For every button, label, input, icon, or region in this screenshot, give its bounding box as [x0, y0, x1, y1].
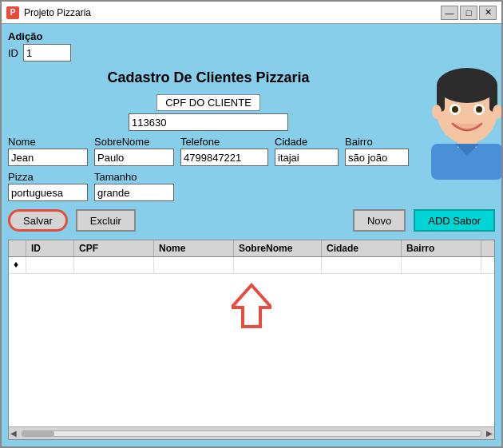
top-section: Adição ID Cadastro De Clientes Pizzaria …	[8, 30, 495, 201]
app-icon: P	[6, 6, 19, 19]
tamanho-input[interactable]	[94, 184, 174, 201]
sobrenome-group: SobreNome	[94, 136, 174, 166]
sobrenome-label: SobreNome	[94, 136, 174, 148]
tamanho-group: Tamanho	[94, 171, 174, 201]
col-header-cpf: CPF	[74, 240, 154, 256]
addicao-label: Adição	[8, 30, 409, 42]
id-label: ID	[8, 47, 18, 59]
id-row: ID	[8, 44, 409, 61]
scroll-right-arrow[interactable]: ▶	[485, 429, 494, 438]
row-cpf	[74, 257, 154, 273]
telefone-label: Telefone	[180, 136, 268, 148]
col-header-bairro: Bairro	[402, 240, 481, 256]
col-header-nome: Nome	[154, 240, 234, 256]
tamanho-label: Tamanho	[94, 171, 174, 183]
svg-point-9	[476, 106, 482, 113]
fields-row-1: Nome SobreNome Telefone Cidade	[8, 136, 409, 166]
cidade-input[interactable]	[275, 149, 339, 166]
sobrenome-input[interactable]	[94, 149, 174, 166]
nome-input[interactable]	[8, 149, 88, 166]
pizza-label: Pizza	[8, 171, 88, 183]
avatar	[419, 60, 501, 172]
nome-group: Nome	[8, 136, 88, 166]
titlebar-buttons: — □ ✕	[441, 6, 497, 20]
table-row[interactable]: ♦	[9, 257, 494, 274]
fields-row-2: Pizza Tamanho	[8, 171, 409, 201]
table-header: ID CPF Nome SobreNome Cidade Bairro	[9, 240, 494, 257]
up-arrow-icon	[232, 282, 271, 330]
page-title: Cadastro De Clientes Pizzaria	[8, 66, 409, 89]
cidade-label: Cidade	[275, 136, 339, 148]
row-cidade	[322, 257, 402, 273]
scroll-thumb[interactable]	[22, 431, 54, 436]
row-nome	[154, 257, 234, 273]
svg-point-3	[437, 68, 497, 103]
main-window: P Projeto Pizzaria — □ ✕ Adição ID	[0, 0, 503, 448]
nome-label: Nome	[8, 136, 88, 148]
telefone-group: Telefone	[180, 136, 268, 166]
col-header-sel	[9, 240, 26, 256]
horizontal-scrollbar[interactable]: ◀ ▶	[9, 426, 494, 439]
cpf-section: CPF DO CLIENTE	[8, 94, 409, 131]
row-id	[26, 257, 74, 273]
cpf-input[interactable]	[129, 113, 288, 131]
bairro-group: Bairro	[345, 136, 409, 166]
id-input[interactable]	[23, 44, 71, 61]
left-panel: Adição ID Cadastro De Clientes Pizzaria …	[8, 30, 409, 201]
add-sabor-button[interactable]: ADD Sabor	[414, 209, 495, 232]
row-sel: ♦	[9, 257, 26, 273]
pizza-group: Pizza	[8, 171, 88, 201]
col-header-cidade: Cidade	[322, 240, 402, 256]
salvar-button[interactable]: Salvar	[8, 209, 68, 232]
svg-marker-13	[232, 285, 271, 327]
window-title: Projeto Pizzaria	[24, 7, 441, 18]
svg-point-10	[432, 105, 442, 119]
svg-point-8	[452, 106, 458, 113]
pizza-input[interactable]	[8, 184, 88, 201]
novo-button[interactable]: Novo	[353, 209, 406, 232]
main-content: Adição ID Cadastro De Clientes Pizzaria …	[2, 24, 501, 446]
close-button[interactable]: ✕	[479, 6, 497, 20]
avatar-section	[415, 30, 501, 201]
telefone-input[interactable]	[180, 149, 268, 166]
row-sobrenome	[234, 257, 322, 273]
cidade-group: Cidade	[275, 136, 339, 166]
col-header-sobrenome: SobreNome	[234, 240, 322, 256]
excluir-button[interactable]: Excluir	[76, 209, 136, 232]
buttons-row: Salvar Excluir Novo ADD Sabor	[8, 206, 495, 235]
scroll-left-arrow[interactable]: ◀	[9, 429, 18, 438]
row-bairro	[402, 257, 481, 273]
bairro-label: Bairro	[345, 136, 409, 148]
addicao-box: Adição ID	[8, 30, 409, 61]
table-body: ♦	[9, 257, 494, 426]
maximize-button[interactable]: □	[460, 6, 477, 20]
bairro-input[interactable]	[345, 149, 409, 166]
scroll-track[interactable]	[22, 430, 481, 437]
table-section: ID CPF Nome SobreNome Cidade Bairro ♦	[8, 240, 495, 440]
col-header-id: ID	[26, 240, 74, 256]
titlebar: P Projeto Pizzaria — □ ✕	[2, 2, 501, 24]
minimize-button[interactable]: —	[441, 6, 458, 20]
arrow-container	[9, 274, 494, 338]
cpf-label: CPF DO CLIENTE	[156, 94, 260, 111]
